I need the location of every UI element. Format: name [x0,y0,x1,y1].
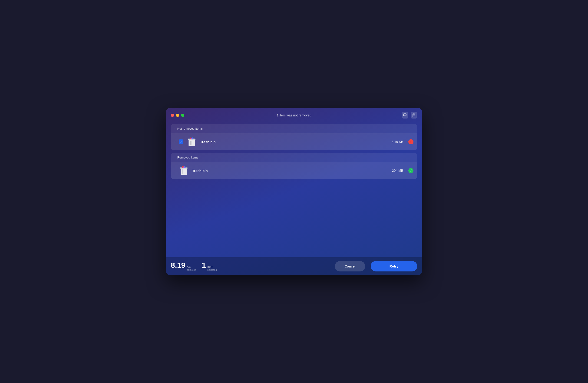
content-area: › Not removed items › ✓ [166,121,422,257]
traffic-lights [171,114,184,117]
not-removed-header[interactable]: › Not removed items [171,124,417,133]
not-removed-item-name: Trash bin [200,140,388,144]
trash-bin-icon-removed [179,166,189,176]
count-number: 1 [202,261,206,269]
checkbox-check-icon: ✓ [180,140,182,143]
svg-rect-2 [413,114,415,114]
cancel-button[interactable]: Cancel [335,261,365,272]
removed-item-row: › Trash bin 204 MB [171,162,417,179]
not-removed-item-row: › ✓ [171,133,417,150]
not-removed-chevron-icon: › [174,127,175,130]
chat-icon-button[interactable] [402,112,408,119]
size-unit: KB [187,265,196,268]
count-label: selected [207,268,217,271]
retry-button[interactable]: Retry [371,261,417,272]
removed-section: › Removed items › [171,153,417,179]
toolbar-icons [402,112,417,119]
size-number: 8.19 [171,261,185,269]
maximize-button[interactable] [181,114,184,117]
removed-chevron-icon: › [174,156,175,159]
not-removed-section: › Not removed items › ✓ [171,124,417,150]
not-removed-item-size: 8.19 KB [392,140,403,144]
svg-point-13 [191,138,193,139]
removed-item-name: Trash bin [192,169,389,173]
main-window: 1 item was not removed › [166,108,422,275]
footer: 8.19 KB selected 1 Item selected Cancel … [166,257,422,275]
close-button[interactable] [171,114,174,117]
error-status-icon: ! [408,139,414,144]
removed-item-size: 204 MB [392,169,403,172]
removed-item-expand-icon[interactable]: › [174,169,175,172]
size-stat: 8.19 KB selected [171,261,196,271]
removed-header[interactable]: › Removed items [171,153,417,162]
success-status-icon: ✓ [408,168,414,173]
item-checkbox[interactable]: ✓ [179,139,183,144]
svg-point-22 [183,167,185,168]
window-title: 1 item was not removed [277,113,312,117]
count-unit: Item [207,265,217,268]
minimize-button[interactable] [176,114,179,117]
count-stat: 1 Item selected [202,261,217,271]
item-expand-icon[interactable]: › [174,140,175,143]
size-unit-block: KB selected [187,265,196,271]
not-removed-item-wrapper: › ✓ [171,133,417,150]
trash-bin-icon-not-removed [187,137,197,147]
removed-label: Removed items [177,156,198,159]
size-label: selected [187,268,196,271]
clipboard-icon-button[interactable] [411,112,417,119]
count-unit-block: Item selected [207,265,217,271]
svg-rect-0 [403,114,406,116]
title-bar: 1 item was not removed [166,108,422,121]
not-removed-label: Not removed items [177,127,203,130]
